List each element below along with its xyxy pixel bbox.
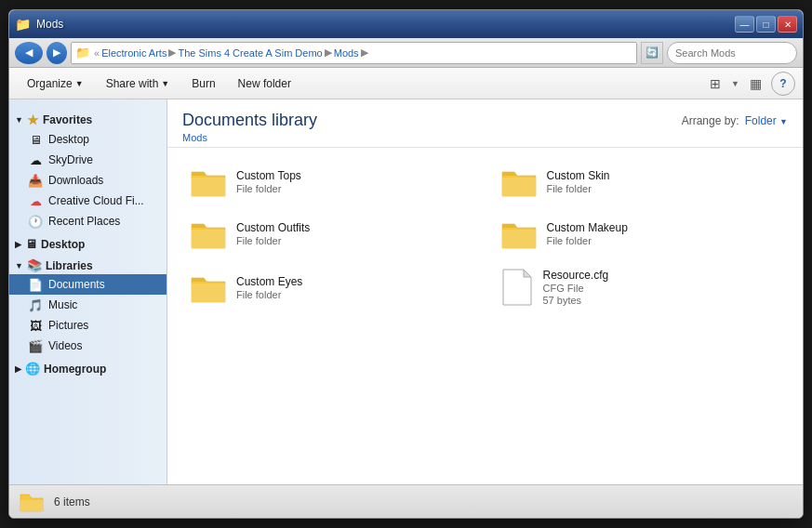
sidebar-homegroup-header[interactable]: ▶ 🌐 Homegroup xyxy=(9,356,166,377)
file-item-custom-tops[interactable]: Custom Tops File folder xyxy=(182,157,478,205)
file-type-custom-tops: File folder xyxy=(236,183,301,194)
favorites-star-icon: ★ xyxy=(27,112,39,127)
homegroup-chevron-icon: ▶ xyxy=(15,364,21,374)
file-name-custom-makeup: Custom Makeup xyxy=(547,221,628,234)
file-name-resource-cfg: Resource.cfg xyxy=(543,269,609,282)
file-type-custom-makeup: File folder xyxy=(547,235,628,246)
file-item-resource-cfg[interactable]: Resource.cfg CFG File 57 bytes xyxy=(493,261,789,313)
file-info-custom-tops: Custom Tops File folder xyxy=(236,169,301,194)
file-name-custom-skin: Custom Skin xyxy=(547,169,610,182)
pictures-icon: 🖼 xyxy=(28,318,43,333)
explorer-window: 📁 Mods — □ ✕ ◀ ▶ 📁 « Electronic Arts ▶ T… xyxy=(8,9,804,519)
file-type-custom-eyes: File folder xyxy=(236,289,302,300)
file-type-resource-cfg: CFG File xyxy=(543,283,609,294)
window-icon: 📁 xyxy=(15,17,31,32)
address-folder-icon: 📁 xyxy=(75,46,90,59)
sidebar-item-creative-cloud[interactable]: ☁ Creative Cloud Fi... xyxy=(9,191,166,211)
sidebar-favorites-header[interactable]: ▼ ★ Favorites xyxy=(9,107,166,129)
file-area: Documents library Mods Arrange by: Folde… xyxy=(167,99,803,484)
file-type-custom-skin: File folder xyxy=(547,183,610,194)
documents-icon: 📄 xyxy=(28,277,43,292)
address-bar: ◀ ▶ 📁 « Electronic Arts ▶ The Sims 4 Cre… xyxy=(9,38,803,68)
file-item-custom-skin[interactable]: Custom Skin File folder xyxy=(493,157,789,205)
search-input[interactable] xyxy=(675,47,804,59)
share-with-button[interactable]: Share with ▼ xyxy=(96,72,180,96)
status-item-count: 6 items xyxy=(54,495,90,508)
close-button[interactable]: ✕ xyxy=(778,16,797,33)
sidebar-desktop-label: Desktop xyxy=(48,133,89,146)
folder-icon-custom-skin xyxy=(500,165,538,198)
new-folder-button[interactable]: New folder xyxy=(228,72,301,96)
file-item-custom-makeup[interactable]: Custom Makeup File folder xyxy=(493,209,789,257)
folder-icon-custom-eyes xyxy=(190,271,227,304)
back-button[interactable]: ◀ xyxy=(15,42,43,64)
toolbar-right: ⊞ ▼ ▦ ? xyxy=(703,72,795,96)
music-icon: 🎵 xyxy=(28,297,43,312)
file-type-custom-outfits: File folder xyxy=(236,235,310,246)
breadcrumb-sims[interactable]: The Sims 4 Create A Sim Demo xyxy=(178,47,322,59)
arrange-chevron-icon: ▼ xyxy=(779,117,788,126)
videos-icon: 🎬 xyxy=(28,338,43,353)
minimize-button[interactable]: — xyxy=(735,16,754,33)
sidebar-item-downloads[interactable]: 📥 Downloads xyxy=(9,170,166,191)
status-bar: 6 items xyxy=(9,484,803,518)
file-info-custom-outfits: Custom Outfits File folder xyxy=(236,221,310,246)
sidebar-desktop-header[interactable]: ▶ 🖥 Desktop xyxy=(9,231,166,253)
desktop-icon: 🖥 xyxy=(28,132,43,147)
refresh-button[interactable]: 🔄 xyxy=(641,42,663,64)
sidebar-item-desktop[interactable]: 🖥 Desktop xyxy=(9,129,166,150)
sidebar-item-recent-places[interactable]: 🕐 Recent Places xyxy=(9,211,166,231)
sidebar-documents-label: Documents xyxy=(48,278,105,291)
library-header: Documents library Mods Arrange by: Folde… xyxy=(167,99,803,148)
forward-button[interactable]: ▶ xyxy=(47,42,67,64)
sidebar-homegroup-label: Homegroup xyxy=(44,363,106,376)
file-info-resource-cfg: Resource.cfg CFG File 57 bytes xyxy=(543,269,609,306)
view-options-button[interactable]: ⊞ xyxy=(703,72,727,96)
status-folder-icon xyxy=(19,489,45,515)
favorites-chevron-icon: ▼ xyxy=(15,115,23,125)
sidebar-item-videos[interactable]: 🎬 Videos xyxy=(9,336,166,356)
libraries-chevron-icon: ▼ xyxy=(15,261,23,271)
address-box[interactable]: 📁 « Electronic Arts ▶ The Sims 4 Create … xyxy=(71,42,637,64)
homegroup-icon: 🌐 xyxy=(25,362,40,376)
cfg-file-icon xyxy=(500,267,534,308)
file-name-custom-eyes: Custom Eyes xyxy=(236,275,302,288)
sidebar-downloads-label: Downloads xyxy=(48,174,103,187)
sidebar-scroll: ▼ ★ Favorites 🖥 Desktop ☁ SkyDrive 📥 Dow… xyxy=(9,99,166,484)
sidebar-libraries-label: Libraries xyxy=(46,259,93,272)
view-chevron-icon: ▼ xyxy=(731,79,739,88)
desktop-chevron-icon: ▶ xyxy=(15,240,21,249)
maximize-button[interactable]: □ xyxy=(756,16,776,33)
library-subtitle: Mods xyxy=(182,132,317,143)
window-title: Mods xyxy=(36,18,63,31)
sidebar-item-documents[interactable]: 📄 Documents xyxy=(9,274,166,295)
search-box[interactable]: 🔍 xyxy=(667,42,797,64)
organize-button[interactable]: Organize ▼ xyxy=(17,72,94,96)
file-info-custom-eyes: Custom Eyes File folder xyxy=(236,275,302,300)
file-item-custom-eyes[interactable]: Custom Eyes File folder xyxy=(182,261,478,313)
skydrive-icon: ☁ xyxy=(28,152,43,167)
burn-button[interactable]: Burn xyxy=(181,72,225,96)
recent-places-icon: 🕐 xyxy=(28,214,43,229)
sidebar-pictures-label: Pictures xyxy=(48,319,88,332)
file-size-resource-cfg: 57 bytes xyxy=(543,295,609,306)
desktop-group-icon: 🖥 xyxy=(25,237,37,251)
sidebar-item-music[interactable]: 🎵 Music xyxy=(9,295,166,315)
sidebar-item-pictures[interactable]: 🖼 Pictures xyxy=(9,315,166,336)
sidebar-cc-label: Creative Cloud Fi... xyxy=(48,194,144,207)
sidebar-videos-label: Videos xyxy=(48,339,82,352)
file-item-custom-outfits[interactable]: Custom Outfits File folder xyxy=(182,209,478,257)
sidebar: ▼ ★ Favorites 🖥 Desktop ☁ SkyDrive 📥 Dow… xyxy=(9,99,167,484)
sidebar-item-skydrive[interactable]: ☁ SkyDrive xyxy=(9,150,166,170)
creative-cloud-icon: ☁ xyxy=(28,193,43,208)
toolbar: Organize ▼ Share with ▼ Burn New folder … xyxy=(9,68,803,99)
arrange-value-button[interactable]: Folder ▼ xyxy=(745,114,788,127)
help-button[interactable]: ? xyxy=(771,72,795,96)
sidebar-music-label: Music xyxy=(48,298,77,311)
preview-pane-button[interactable]: ▦ xyxy=(743,72,767,96)
sidebar-recent-label: Recent Places xyxy=(48,215,120,228)
sidebar-libraries-header[interactable]: ▼ 📚 Libraries xyxy=(9,253,166,274)
breadcrumb-mods[interactable]: Mods xyxy=(334,47,359,59)
breadcrumb-electronic-arts[interactable]: Electronic Arts xyxy=(101,47,166,59)
sidebar-desktop-group-label: Desktop xyxy=(41,238,85,251)
